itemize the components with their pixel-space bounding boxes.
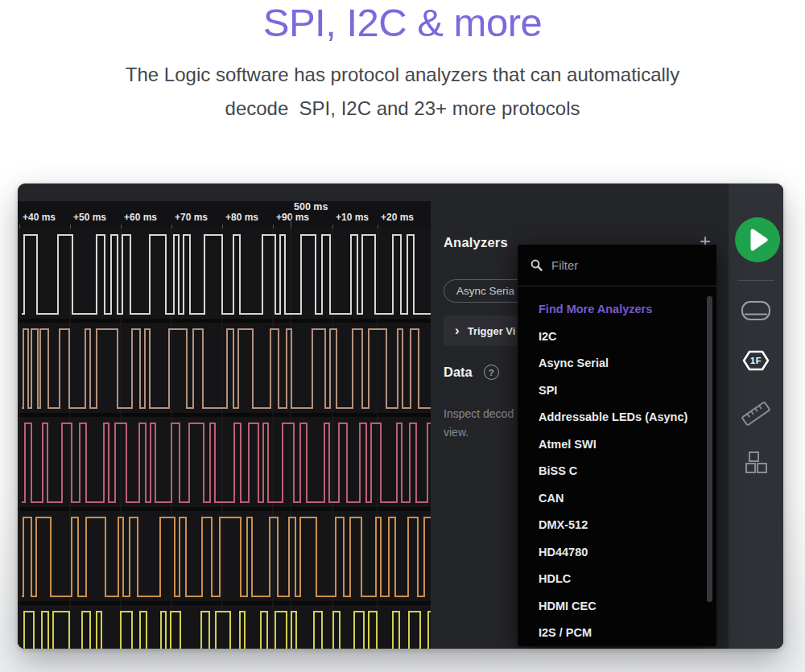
analyzers-panel-title: Analyzers bbox=[444, 235, 508, 250]
data-section-header: Data ? bbox=[444, 365, 499, 380]
analyzer-option[interactable]: SPI bbox=[518, 377, 716, 405]
ruler-tick bbox=[222, 225, 223, 229]
hero-section: SPI, I2C & more The Logic software has p… bbox=[0, 0, 805, 126]
ruler-tick bbox=[273, 225, 274, 229]
ruler-tick bbox=[121, 225, 122, 229]
trigger-frame-badge: 1F bbox=[741, 349, 771, 372]
dropdown-scrollbar[interactable] bbox=[707, 296, 712, 602]
time-label: +90 ms bbox=[276, 212, 309, 223]
trigger-view-sidebar-button[interactable]: 1F bbox=[741, 349, 771, 372]
analyzer-option[interactable]: DMX-512 bbox=[518, 512, 716, 539]
extensions-button[interactable] bbox=[745, 451, 767, 474]
time-label: +60 ms bbox=[124, 212, 157, 223]
analyzer-option[interactable]: HDLC bbox=[518, 566, 716, 593]
page-title: SPI, I2C & more bbox=[0, 0, 805, 45]
play-icon bbox=[735, 217, 780, 262]
filter-input[interactable] bbox=[551, 258, 696, 272]
ruler-tick bbox=[332, 225, 333, 229]
page-subtitle: The Logic software has protocol analyzer… bbox=[0, 58, 805, 126]
ruler-tick bbox=[378, 225, 378, 229]
time-label: 500 ms bbox=[294, 201, 328, 212]
waveform-panel: +40 ms+50 ms+60 ms+70 ms+80 ms+90 ms500 … bbox=[18, 201, 431, 649]
analyzer-dropdown-menu: Find More AnalyzersI2CAsync SerialSPIAdd… bbox=[518, 245, 716, 646]
waveform-svg bbox=[18, 229, 431, 649]
analyzer-option[interactable]: HD44780 bbox=[518, 539, 716, 567]
analyzer-option[interactable]: HDMI CEC bbox=[518, 593, 716, 620]
trigger-view-label: Trigger Vi bbox=[468, 325, 516, 337]
analyzer-option[interactable]: Addressable LEDs (Async) bbox=[518, 404, 716, 431]
device-settings-button[interactable] bbox=[741, 299, 771, 322]
analyzer-menu-list: Find More AnalyzersI2CAsync SerialSPIAdd… bbox=[518, 287, 716, 647]
time-label: +10 ms bbox=[336, 212, 369, 223]
filter-row bbox=[518, 245, 716, 287]
ruler-tick bbox=[291, 215, 291, 229]
ruler-tick bbox=[70, 225, 71, 229]
time-label: +50 ms bbox=[73, 212, 106, 223]
ruler-tick bbox=[19, 225, 20, 229]
analyzer-chip-label: Async Seria bbox=[456, 285, 514, 297]
timeline-ruler[interactable]: +40 ms+50 ms+60 ms+70 ms+80 ms+90 ms500 … bbox=[18, 201, 431, 229]
analyzer-option[interactable]: I2S / PCM bbox=[518, 620, 716, 647]
analyzer-option[interactable]: I2C bbox=[518, 324, 716, 351]
ruler-tick bbox=[171, 225, 172, 229]
analyzer-option[interactable]: CAN bbox=[518, 485, 716, 513]
subtitle-line-2: decode SPI, I2C and 23+ more protocols bbox=[0, 92, 805, 126]
toolbar-divider bbox=[737, 280, 774, 281]
time-label: +80 ms bbox=[225, 212, 258, 223]
data-section-title: Data bbox=[444, 365, 473, 380]
start-capture-button[interactable] bbox=[735, 217, 780, 262]
search-icon bbox=[530, 259, 543, 271]
time-label: +20 ms bbox=[381, 212, 414, 223]
extensions-icon bbox=[745, 451, 767, 474]
analyzer-option[interactable]: Find More Analyzers bbox=[518, 296, 716, 324]
logic-app-window: +40 ms+50 ms+60 ms+70 ms+80 ms+90 ms500 … bbox=[18, 183, 783, 649]
analyzer-option[interactable]: BiSS C bbox=[518, 458, 716, 485]
device-icon bbox=[741, 299, 771, 322]
subtitle-line-1: The Logic software has protocol analyzer… bbox=[0, 58, 805, 92]
time-label: +70 ms bbox=[175, 212, 208, 223]
measure-icon bbox=[741, 401, 770, 427]
time-label: +40 ms bbox=[23, 212, 56, 223]
analyzer-option[interactable]: Async Serial bbox=[518, 350, 716, 377]
chevron-right-icon: › bbox=[455, 323, 460, 339]
right-toolbar: 1F bbox=[729, 183, 783, 649]
measure-button[interactable] bbox=[741, 401, 770, 427]
analyzer-option[interactable]: Atmel SWI bbox=[518, 431, 716, 459]
help-icon[interactable]: ? bbox=[484, 365, 499, 380]
